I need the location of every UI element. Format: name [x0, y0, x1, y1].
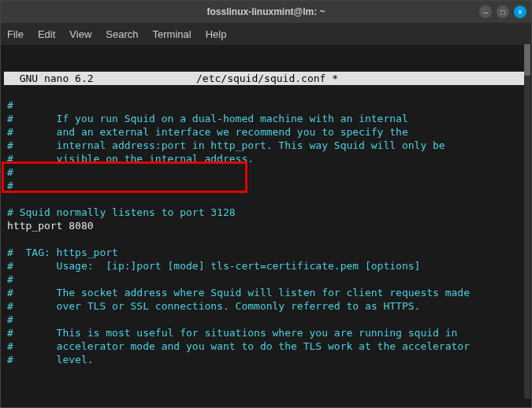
terminal-window: fosslinux-linuxmint@lm: ~ – □ × File Edi…: [0, 0, 532, 408]
menu-view[interactable]: View: [69, 28, 91, 40]
menu-edit[interactable]: Edit: [38, 28, 55, 40]
code-line: # This is most useful for situations whe…: [7, 327, 457, 339]
code-line: # TAG: https_port: [7, 247, 118, 258]
menu-search[interactable]: Search: [106, 28, 138, 40]
nano-filename: /etc/squid/squid.conf *: [196, 72, 525, 85]
code-line: #: [7, 180, 13, 191]
code-line: # If you run Squid on a dual-homed machi…: [7, 113, 408, 124]
code-line: http_port 8080: [7, 220, 94, 232]
minimize-button[interactable]: –: [479, 6, 492, 18]
close-button[interactable]: ×: [514, 6, 526, 18]
code-line: # Squid normally listens to port 3128: [7, 206, 236, 218]
code-line: # internal address:port in http_port. Th…: [7, 139, 445, 151]
maximize-button[interactable]: □: [497, 6, 509, 18]
menu-help[interactable]: Help: [206, 28, 227, 40]
code-line: # accelerator mode and you want to do th…: [7, 340, 470, 352]
code-line: # and an external interface we recommend…: [7, 126, 408, 138]
code-line: #: [7, 273, 13, 285]
nano-header: GNU nano 6.2 /etc/squid/squid.conf *: [4, 72, 528, 85]
titlebar: fosslinux-linuxmint@lm: ~ – □ ×: [1, 1, 531, 23]
window-title: fosslinux-linuxmint@lm: ~: [206, 6, 325, 17]
code-line: #: [7, 99, 13, 111]
code-line: #: [7, 166, 13, 178]
menu-terminal[interactable]: Terminal: [153, 28, 192, 40]
code-line: # visible on the internal address.: [7, 153, 254, 165]
code-line: # Usage: [ip:]port [mode] tls-cert=certi…: [7, 260, 420, 272]
window-controls: – □ ×: [479, 6, 526, 18]
code-line: # The socket address where Squid will li…: [7, 287, 470, 299]
terminal-content[interactable]: GNU nano 6.2 /etc/squid/squid.conf * # #…: [1, 45, 531, 407]
scrollbar[interactable]: [524, 44, 530, 399]
code-line: # over TLS or SSL connections. Commonly …: [7, 300, 420, 312]
nano-version: GNU nano 6.2: [7, 72, 196, 85]
code-line: #: [7, 313, 13, 325]
menubar: File Edit View Search Terminal Help: [1, 23, 531, 45]
highlight-rectangle: [2, 161, 247, 193]
scrollbar-thumb[interactable]: [524, 44, 530, 76]
code-line: # level.: [7, 354, 94, 365]
menu-file[interactable]: File: [7, 28, 24, 40]
